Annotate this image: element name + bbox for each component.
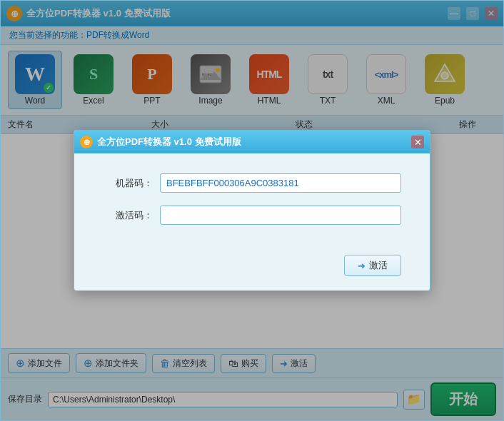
modal-close-button[interactable]: ✕ bbox=[411, 136, 424, 148]
machine-code-label: 机器码： bbox=[103, 177, 153, 190]
activation-code-field: 激活码： bbox=[103, 206, 401, 225]
main-window: ⊕ 全方位PDF转换器 v1.0 免费试用版 — □ ✕ 您当前选择的功能：PD… bbox=[0, 0, 504, 421]
modal-dialog: ⊕ 全方位PDF转换器 v1.0 免费试用版 ✕ 机器码： 激活码： bbox=[74, 130, 430, 291]
modal-logo: ⊕ bbox=[80, 136, 93, 148]
machine-code-input bbox=[160, 173, 401, 193]
modal-footer: ➜ 激活 bbox=[74, 255, 430, 290]
modal-activate-button[interactable]: ➜ 激活 bbox=[344, 255, 401, 276]
modal-title-left: ⊕ 全方位PDF转换器 v1.0 免费试用版 bbox=[80, 136, 241, 148]
modal-overlay: ⊕ 全方位PDF转换器 v1.0 免费试用版 ✕ 机器码： 激活码： bbox=[1, 1, 503, 420]
modal-activate-label: 激活 bbox=[369, 259, 388, 272]
activation-code-label: 激活码： bbox=[103, 209, 153, 222]
modal-title: 全方位PDF转换器 v1.0 免费试用版 bbox=[97, 136, 241, 148]
activation-code-input[interactable] bbox=[160, 206, 401, 225]
modal-title-bar: ⊕ 全方位PDF转换器 v1.0 免费试用版 ✕ bbox=[74, 131, 430, 153]
activate-arrow-icon: ➜ bbox=[358, 260, 366, 271]
machine-code-field: 机器码： bbox=[103, 173, 401, 193]
modal-body: 机器码： 激活码： bbox=[74, 153, 430, 255]
